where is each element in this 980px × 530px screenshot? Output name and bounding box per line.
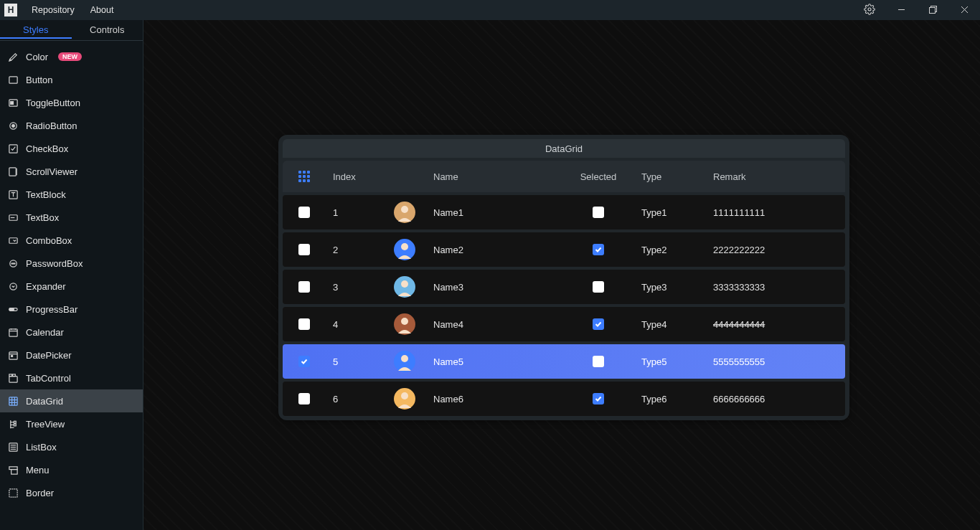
close-button[interactable] — [948, 0, 980, 20]
cell-name: Name1 — [426, 207, 562, 218]
column-header-remark[interactable]: Remark — [706, 171, 845, 182]
checkbox[interactable] — [593, 393, 604, 404]
row-checkbox[interactable] — [298, 281, 310, 293]
cell-type: Type1 — [634, 207, 706, 218]
minimize-icon — [897, 5, 905, 16]
checkbox[interactable] — [593, 207, 604, 218]
checkbox[interactable] — [593, 281, 604, 293]
svg-rect-34 — [12, 374, 15, 376]
checkbox[interactable] — [593, 356, 604, 367]
menu-repository[interactable]: Repository — [32, 5, 75, 15]
app-logo: H — [4, 4, 17, 16]
row-checkbox[interactable] — [298, 244, 310, 255]
radio-icon — [7, 120, 19, 131]
tab-styles[interactable]: Styles — [0, 20, 72, 39]
menu-about[interactable]: About — [90, 5, 114, 15]
svg-rect-12 — [9, 167, 15, 175]
maximize-button[interactable] — [917, 0, 948, 20]
main-area: DataGrid Index Name Selected Type Remark… — [143, 20, 980, 530]
sidebar-item-calendar[interactable]: Calendar — [0, 321, 143, 344]
gear-icon — [864, 4, 875, 17]
textbox-icon — [7, 212, 19, 223]
sidebar-item-label: Calendar — [26, 327, 64, 338]
svg-rect-44 — [14, 421, 16, 423]
sidebar-item-scrollviewer[interactable]: ScrollViewer — [0, 160, 143, 183]
window-controls — [854, 0, 980, 20]
tree-icon — [7, 418, 19, 430]
sidebar-item-label: DatePicker — [26, 350, 72, 361]
column-header-index[interactable]: Index — [326, 171, 383, 182]
sidebar-item-radiobutton[interactable]: RadioButton — [0, 114, 143, 137]
sidebar-item-button[interactable]: Button — [0, 68, 143, 91]
column-header-selected[interactable]: Selected — [562, 171, 634, 182]
column-header-name[interactable]: Name — [426, 171, 562, 182]
sidebar-item-menu[interactable]: Menu — [0, 458, 143, 481]
sidebar-item-textblock[interactable]: TextBlock — [0, 183, 143, 206]
sidebar-item-listbox[interactable]: ListBox — [0, 435, 143, 458]
cell-index: 5 — [326, 356, 383, 367]
svg-point-20 — [12, 262, 13, 263]
row-checkbox[interactable] — [298, 393, 310, 404]
sidebar-item-checkbox[interactable]: CheckBox — [0, 137, 143, 160]
sidebar-item-combobox[interactable]: ComboBox — [0, 229, 143, 252]
tab-controls[interactable]: Controls — [72, 20, 143, 39]
svg-point-10 — [11, 124, 14, 127]
sidebar-item-passwordbox[interactable]: PasswordBox — [0, 252, 143, 275]
sidebar-item-color[interactable]: ColorNEW — [0, 45, 143, 68]
row-checkbox[interactable] — [298, 318, 310, 330]
cell-name: Name6 — [426, 394, 562, 404]
pwd-icon — [7, 257, 19, 269]
settings-button[interactable] — [854, 0, 885, 20]
sidebar-item-datepicker[interactable]: DatePicker — [0, 344, 143, 366]
cell-index: 1 — [326, 207, 383, 218]
avatar — [394, 351, 415, 372]
sidebar-item-label: ScrollViewer — [26, 166, 77, 177]
sidebar-item-treeview[interactable]: TreeView — [0, 412, 143, 435]
sidebar-nav: ColorNEWButtonToggleButtonRadioButtonChe… — [0, 41, 143, 504]
svg-rect-3 — [929, 7, 935, 13]
avatar — [394, 276, 415, 298]
sidebar-item-label: ListBox — [26, 442, 57, 453]
sidebar-item-label: RadioButton — [26, 120, 77, 131]
column-drag-handle[interactable] — [283, 171, 326, 182]
row-checkbox[interactable] — [298, 207, 310, 218]
cell-remark: 3333333333 — [706, 282, 845, 293]
table-row[interactable]: 3 Name3 Type3 3333333333 — [283, 270, 845, 304]
sidebar-item-togglebutton[interactable]: ToggleButton — [0, 91, 143, 114]
svg-point-0 — [868, 8, 871, 11]
datepicker-icon — [7, 349, 19, 361]
svg-rect-25 — [9, 328, 17, 336]
sidebar-item-border[interactable]: Border — [0, 481, 143, 504]
sidebar-item-progressbar[interactable]: ProgressBar — [0, 298, 143, 321]
sidebar-item-textbox[interactable]: TextBox — [0, 206, 143, 229]
cell-index: 4 — [326, 319, 383, 330]
sidebar-item-label: TabControl — [26, 373, 71, 384]
tabcontrol-icon — [7, 372, 19, 384]
table-row[interactable]: 2 Name2 Type2 2222222222 — [283, 232, 845, 267]
svg-point-56 — [401, 318, 408, 325]
minimize-button[interactable] — [885, 0, 917, 20]
svg-rect-45 — [14, 424, 16, 426]
row-checkbox[interactable] — [298, 356, 310, 367]
table-row[interactable]: 1 Name1 Type1 1111111111 — [283, 195, 845, 229]
sidebar-item-label: ProgressBar — [26, 304, 77, 315]
checkbox[interactable] — [593, 244, 604, 255]
tab-underline — [0, 37, 72, 39]
checkbox[interactable] — [593, 318, 604, 330]
combo-icon — [7, 235, 19, 246]
table-row[interactable]: 6 Name6 Type6 6666666666 — [283, 382, 845, 416]
sidebar-item-expander[interactable]: Expander — [0, 275, 143, 298]
expander-icon — [7, 280, 19, 292]
column-header-type[interactable]: Type — [634, 171, 706, 182]
table-row[interactable]: 5 Name5 Type5 5555555555 — [283, 344, 845, 379]
svg-rect-17 — [9, 237, 17, 243]
scroll-icon — [7, 166, 19, 177]
avatar — [394, 388, 415, 410]
cell-type: Type4 — [634, 319, 706, 330]
toggle-icon — [7, 97, 19, 108]
avatar — [394, 202, 415, 223]
table-row[interactable]: 4 Name4 Type4 4444444444 — [283, 307, 845, 341]
datagrid-card: DataGrid Index Name Selected Type Remark… — [278, 135, 849, 420]
sidebar-item-tabcontrol[interactable]: TabControl — [0, 366, 143, 389]
sidebar-item-datagrid[interactable]: DataGrid — [0, 389, 143, 412]
